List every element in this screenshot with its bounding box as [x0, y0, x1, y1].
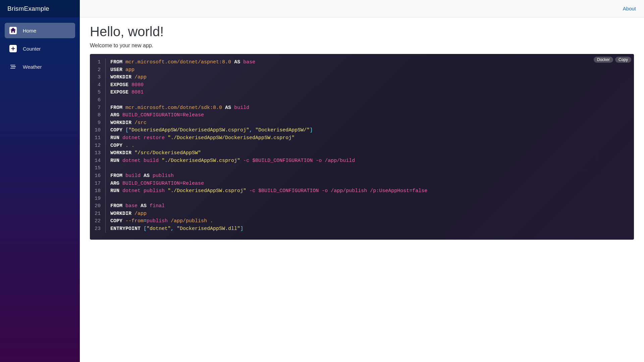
- plus-icon: [9, 45, 17, 52]
- about-link[interactable]: About: [623, 6, 636, 11]
- codeblock-language-badge[interactable]: Docker: [594, 57, 613, 63]
- codeblock-wrap: Docker Copy 1 2 3 4 5 6 7 8 9 10 11 12 1…: [90, 54, 634, 240]
- topbar: About: [80, 0, 644, 17]
- codeblock-code[interactable]: FROM mcr.microsoft.com/dotnet/aspnet:8.0…: [106, 59, 427, 233]
- sidebar-item-label: Weather: [23, 64, 42, 70]
- codeblock-copy-button[interactable]: Copy: [615, 57, 631, 63]
- list-icon: [9, 63, 17, 70]
- codeblock-gutter: 1 2 3 4 5 6 7 8 9 10 11 12 13 14 15 16 1…: [95, 59, 106, 233]
- sidebar-item-label: Counter: [23, 46, 41, 52]
- sidebar-item-label: Home: [23, 28, 36, 34]
- nav: Home Counter Weather: [0, 17, 80, 80]
- page-subtitle: Welcome to your new app.: [90, 43, 634, 49]
- content: Hello, world! Welcome to your new app. D…: [80, 17, 644, 246]
- page-title: Hello, world!: [90, 24, 634, 39]
- sidebar-item-counter[interactable]: Counter: [5, 41, 75, 56]
- sidebar-item-home[interactable]: Home: [5, 23, 75, 38]
- sidebar-item-weather[interactable]: Weather: [5, 59, 75, 74]
- sidebar: BrismExample Home Counter Weather: [0, 0, 80, 362]
- main: About Hello, world! Welcome to your new …: [80, 0, 644, 362]
- home-icon: [9, 27, 17, 34]
- codeblock: 1 2 3 4 5 6 7 8 9 10 11 12 13 14 15 16 1…: [90, 54, 634, 240]
- codeblock-badges: Docker Copy: [594, 57, 631, 63]
- brand-row: BrismExample: [0, 0, 80, 17]
- brand-link[interactable]: BrismExample: [7, 5, 49, 12]
